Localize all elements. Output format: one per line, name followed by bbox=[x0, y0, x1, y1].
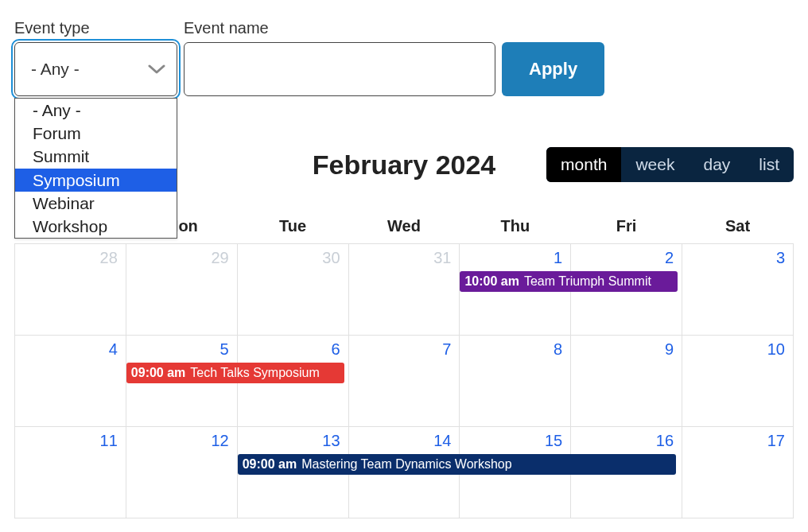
day-number: 3 bbox=[776, 249, 785, 267]
day-number: 15 bbox=[545, 432, 562, 450]
calendar-cell[interactable]: 11 bbox=[15, 427, 126, 518]
day-header: Wed bbox=[348, 209, 460, 244]
event-time: 09:00 am bbox=[243, 457, 297, 472]
day-number: 6 bbox=[331, 340, 340, 359]
view-day-button[interactable]: day bbox=[689, 147, 744, 182]
day-number: 12 bbox=[211, 432, 228, 450]
day-number: 10 bbox=[767, 340, 785, 359]
day-number: 4 bbox=[109, 340, 118, 359]
event-type-selected: - Any - bbox=[31, 60, 80, 79]
event-name-input[interactable] bbox=[184, 42, 495, 96]
event-type-option[interactable]: - Any - bbox=[15, 99, 177, 122]
event-bar[interactable]: 09:00 amTech Talks Symposium bbox=[126, 363, 344, 383]
calendar-cell[interactable]: 28 bbox=[15, 244, 126, 336]
calendar-cell[interactable]: 3 bbox=[682, 244, 794, 336]
day-number: 9 bbox=[665, 340, 674, 359]
event-title: Tech Talks Symposium bbox=[190, 366, 319, 380]
event-type-option[interactable]: Forum bbox=[15, 122, 177, 145]
day-number: 11 bbox=[100, 432, 118, 450]
calendar-cell[interactable]: 30 bbox=[237, 244, 348, 336]
day-number: 5 bbox=[220, 340, 229, 359]
day-header: Thu bbox=[460, 209, 571, 244]
event-type-select[interactable]: - Any - bbox=[14, 42, 177, 96]
day-number: 2 bbox=[665, 249, 674, 267]
view-month-button[interactable]: month bbox=[546, 147, 621, 182]
day-number: 13 bbox=[322, 432, 340, 450]
calendar-cell[interactable]: 12 bbox=[126, 427, 237, 518]
day-header: Sat bbox=[682, 209, 794, 244]
calendar-cell[interactable]: 8 bbox=[460, 336, 571, 427]
calendar-grid: SunMonTueWedThuFriSat 28293031110:00 amT… bbox=[14, 209, 794, 518]
view-switch: monthweekdaylist bbox=[546, 147, 794, 182]
calendar-cell[interactable]: 509:00 amTech Talks Symposium bbox=[126, 336, 237, 427]
event-title: Team Triumph Summit bbox=[524, 274, 651, 289]
event-type-dropdown: - Any -ForumSummitSymposiumWebinarWorksh… bbox=[14, 98, 177, 239]
day-number: 7 bbox=[442, 340, 451, 359]
event-type-option[interactable]: Webinar bbox=[15, 192, 177, 215]
event-type-option[interactable]: Symposium bbox=[15, 169, 177, 192]
day-header: Tue bbox=[237, 209, 348, 244]
day-number: 31 bbox=[433, 249, 451, 267]
calendar-cell[interactable]: 7 bbox=[348, 336, 460, 427]
day-number: 29 bbox=[211, 249, 228, 267]
calendar-cell[interactable]: 31 bbox=[348, 244, 460, 336]
event-time: 09:00 am bbox=[131, 366, 186, 380]
calendar-cell[interactable]: 9 bbox=[571, 336, 682, 427]
day-number: 30 bbox=[322, 249, 340, 267]
event-title: Mastering Team Dynamics Workshop bbox=[301, 457, 511, 472]
event-bar[interactable]: 10:00 amTeam Triumph Summit bbox=[460, 271, 678, 292]
view-list-button[interactable]: list bbox=[744, 147, 794, 182]
day-number: 8 bbox=[554, 340, 562, 359]
calendar-cell[interactable]: 1309:00 amMastering Team Dynamics Worksh… bbox=[237, 427, 348, 518]
calendar-cell[interactable]: 17 bbox=[682, 427, 794, 518]
day-number: 1 bbox=[554, 249, 562, 267]
event-type-option[interactable]: Summit bbox=[15, 145, 177, 168]
event-type-label: Event type bbox=[14, 19, 177, 37]
calendar-cell[interactable]: 4 bbox=[15, 336, 126, 427]
event-bar[interactable]: 09:00 amMastering Team Dynamics Workshop bbox=[238, 454, 676, 475]
event-type-option[interactable]: Workshop bbox=[15, 215, 177, 238]
day-header: Fri bbox=[571, 209, 682, 244]
day-number: 28 bbox=[100, 249, 118, 267]
day-number: 16 bbox=[656, 432, 674, 450]
calendar-cell[interactable]: 110:00 amTeam Triumph Summit bbox=[460, 244, 571, 336]
day-number: 17 bbox=[767, 432, 785, 450]
day-number: 14 bbox=[433, 432, 451, 450]
calendar-cell[interactable]: 29 bbox=[126, 244, 237, 336]
calendar-title: February 2024 bbox=[313, 150, 496, 181]
apply-button[interactable]: Apply bbox=[502, 42, 604, 96]
calendar-cell[interactable]: 10 bbox=[682, 336, 794, 427]
event-time: 10:00 am bbox=[464, 274, 519, 289]
view-week-button[interactable]: week bbox=[621, 147, 689, 182]
event-name-label: Event name bbox=[184, 19, 495, 37]
